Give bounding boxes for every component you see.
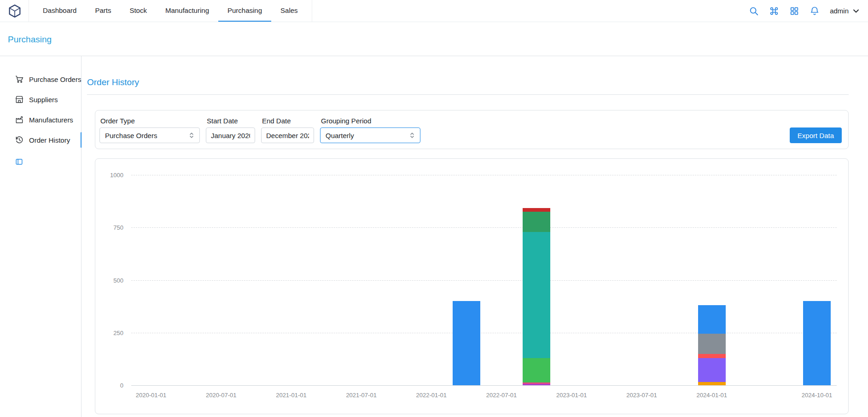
x-axis-label: 2022-01-01: [402, 392, 461, 399]
bar-segment[interactable]: [523, 212, 550, 232]
bar-segment[interactable]: [523, 382, 550, 384]
grouping-period-label: Grouping Period: [321, 117, 420, 125]
bar-segment[interactable]: [523, 358, 550, 382]
y-axis-label: 500: [95, 277, 123, 284]
bar-segment[interactable]: [523, 208, 550, 212]
y-axis-label: 750: [95, 224, 123, 231]
order-type-select[interactable]: Purchase Orders: [99, 127, 200, 143]
section-heading: Order History: [82, 56, 868, 87]
nav-tab-sales[interactable]: Sales: [271, 0, 307, 22]
grouping-period-value: Quarterly: [326, 132, 354, 139]
x-axis-label: 2020-07-01: [191, 392, 251, 399]
sidebar-item-suppliers[interactable]: Suppliers: [0, 89, 81, 110]
bar-segment[interactable]: [698, 334, 726, 354]
order-type-field: Order Type Purchase Orders: [99, 117, 200, 143]
chevron-down-icon: [851, 6, 861, 16]
end-date-input[interactable]: [261, 127, 314, 143]
nav-tab-purchasing[interactable]: Purchasing: [218, 0, 271, 22]
gridline: [131, 333, 837, 333]
grouping-period-select[interactable]: Quarterly: [320, 127, 420, 143]
x-axis-label: 2024-01-01: [682, 392, 742, 399]
scan-grid-icon[interactable]: [789, 6, 799, 16]
main-content: Order History Order Type Purchase Orders…: [82, 56, 868, 417]
top-navbar: Dashboard Parts Stock Manufacturing Purc…: [0, 0, 868, 22]
grouping-period-field: Grouping Period Quarterly: [320, 117, 420, 143]
history-clock-icon: [15, 135, 24, 145]
app-window: Dashboard Parts Stock Manufacturing Purc…: [0, 0, 868, 417]
notifications-bell-icon[interactable]: [810, 6, 820, 16]
nav-tab-manufacturing[interactable]: Manufacturing: [156, 0, 218, 22]
navbar-actions: admin: [749, 6, 861, 16]
end-date-label: End Date: [262, 117, 314, 125]
sidebar-item-label: Order History: [29, 136, 70, 144]
command-menu-icon[interactable]: [769, 6, 779, 16]
heading-divider: [87, 94, 849, 95]
factory-icon: [15, 115, 24, 124]
bar-segment[interactable]: [523, 232, 550, 358]
sidebar-collapse-icon[interactable]: [15, 157, 23, 166]
bar-segment[interactable]: [698, 354, 726, 358]
main-nav-tabs: Dashboard Parts Stock Manufacturing Purc…: [29, 0, 312, 22]
sidebar-item-manufacturers[interactable]: Manufacturers: [0, 110, 81, 130]
x-axis-label: 2023-01-01: [542, 392, 601, 399]
sidebar-item-purchase-orders[interactable]: Purchase Orders: [0, 69, 81, 89]
gridline: [131, 227, 837, 228]
select-chevrons-icon: [187, 131, 196, 139]
sidebar-item-label: Purchase Orders: [29, 75, 81, 83]
sidebar: Purchase Orders Suppliers Manufacturers: [0, 56, 82, 417]
x-axis-label: 2021-07-01: [332, 392, 391, 399]
page-title: Purchasing: [0, 22, 868, 45]
select-chevrons-icon: [408, 131, 416, 139]
export-data-button[interactable]: Export Data: [790, 127, 842, 143]
nav-tab-parts[interactable]: Parts: [86, 0, 120, 22]
sidebar-item-order-history[interactable]: Order History: [0, 130, 81, 150]
bar-segment[interactable]: [803, 301, 831, 385]
x-axis-label: 2022-07-01: [472, 392, 531, 399]
x-axis-label: 2024-10-01: [787, 392, 847, 399]
bar-segment[interactable]: [698, 305, 726, 334]
shopping-cart-icon: [15, 75, 24, 84]
username: admin: [830, 7, 849, 15]
gridline: [131, 385, 837, 386]
user-menu[interactable]: admin: [830, 6, 861, 16]
y-axis-label: 1000: [95, 172, 123, 179]
bar-segment[interactable]: [698, 358, 726, 382]
y-axis-label: 250: [95, 330, 123, 336]
bar-segment[interactable]: [453, 301, 480, 385]
chart-plot: 025050075010002020-01-012020-07-012021-0…: [95, 159, 848, 414]
building-store-icon: [15, 95, 24, 104]
order-type-label: Order Type: [100, 117, 200, 125]
gridline: [131, 175, 837, 175]
filter-panel: Order Type Purchase Orders Start Date En…: [95, 110, 849, 149]
x-axis-label: 2021-01-01: [261, 392, 321, 399]
y-axis-label: 0: [95, 382, 123, 389]
start-date-input[interactable]: [206, 127, 255, 143]
nav-tab-stock[interactable]: Stock: [120, 0, 156, 22]
order-type-value: Purchase Orders: [105, 132, 157, 139]
x-axis-label: 2020-01-01: [121, 392, 181, 399]
sidebar-item-label: Manufacturers: [29, 116, 73, 124]
bar-segment[interactable]: [523, 384, 550, 385]
gridline: [131, 280, 837, 281]
end-date-field: End Date: [261, 117, 314, 143]
search-icon[interactable]: [749, 6, 759, 16]
bar-segment[interactable]: [698, 382, 726, 385]
nav-tab-dashboard[interactable]: Dashboard: [34, 0, 86, 22]
sidebar-item-label: Suppliers: [29, 96, 58, 104]
start-date-label: Start Date: [207, 117, 255, 125]
inventree-logo-icon[interactable]: [7, 3, 23, 19]
x-axis-label: 2023-07-01: [612, 392, 671, 399]
start-date-field: Start Date: [206, 117, 255, 143]
page-header: Purchasing: [0, 22, 868, 56]
order-history-chart-card: 025050075010002020-01-012020-07-012021-0…: [95, 158, 849, 414]
